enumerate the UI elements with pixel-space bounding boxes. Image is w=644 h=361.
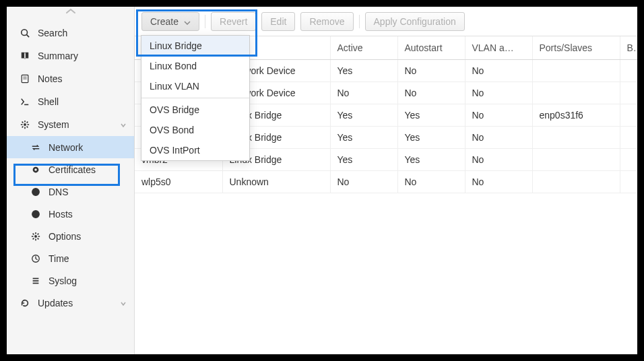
toolbar-separator bbox=[359, 15, 360, 28]
cell-active: No bbox=[330, 81, 397, 104]
remove-button[interactable]: Remove bbox=[300, 12, 353, 31]
column-header[interactable]: Active bbox=[330, 36, 397, 59]
book-icon bbox=[19, 51, 31, 61]
main-panel: Create Revert Edit Remove Apply Configur… bbox=[135, 7, 637, 354]
dropdown-item-linux-bridge[interactable]: Linux Bridge bbox=[141, 36, 249, 56]
sidebar-item-label: Hosts bbox=[49, 209, 73, 220]
cell-ports bbox=[532, 59, 620, 81]
svg-line-24 bbox=[33, 233, 34, 234]
dropdown-item-linux-bond[interactable]: Linux Bond bbox=[141, 56, 249, 76]
cell-type: Unknown bbox=[222, 170, 330, 193]
cell-extra bbox=[620, 126, 637, 148]
sidebar-item-system[interactable]: System bbox=[7, 113, 134, 136]
sidebar-item-notes[interactable]: Notes bbox=[7, 67, 134, 90]
dropdown-divider bbox=[141, 98, 249, 98]
sidebar-item-summary[interactable]: Summary bbox=[7, 44, 134, 67]
cell-active: Yes bbox=[330, 148, 397, 170]
sidebar-item-shell[interactable]: Shell bbox=[7, 90, 134, 113]
dropdown-item-linux-vlan[interactable]: Linux VLAN bbox=[141, 76, 249, 96]
cell-autostart: No bbox=[397, 59, 465, 81]
svg-line-14 bbox=[22, 127, 24, 128]
table-row[interactable]: wlp5s0UnknownNoNoNo bbox=[135, 170, 637, 193]
dropdown-item-ovs-bond[interactable]: OVS Bond bbox=[141, 120, 249, 140]
cell-vlan: No bbox=[465, 81, 532, 104]
cell-name: wlp5s0 bbox=[135, 170, 222, 193]
cell-ports bbox=[532, 170, 620, 193]
column-header[interactable]: B bbox=[620, 36, 637, 59]
cell-vlan: No bbox=[465, 126, 532, 148]
chevron-down-icon bbox=[119, 121, 127, 129]
column-header[interactable]: Autostart bbox=[397, 36, 465, 59]
cell-ports bbox=[532, 81, 620, 104]
cell-vlan: No bbox=[465, 170, 532, 193]
toolbar-separator bbox=[205, 15, 205, 28]
chevron-down-icon bbox=[119, 299, 127, 307]
dropdown-item-ovs-bridge[interactable]: OVS Bridge bbox=[141, 100, 249, 120]
sidebar-item-hosts[interactable]: Hosts bbox=[7, 203, 134, 225]
globe-icon bbox=[30, 209, 42, 219]
svg-line-12 bbox=[27, 127, 28, 128]
shell-icon bbox=[19, 97, 31, 106]
sidebar-item-label: Updates bbox=[38, 298, 73, 308]
create-label: Create bbox=[150, 16, 179, 27]
cell-extra bbox=[620, 148, 637, 170]
edit-button[interactable]: Edit bbox=[261, 12, 295, 31]
sidebar-item-time[interactable]: Time bbox=[7, 247, 134, 269]
cell-autostart: No bbox=[397, 81, 465, 104]
list-icon bbox=[30, 276, 42, 286]
sidebar-item-updates[interactable]: Updates bbox=[7, 292, 134, 315]
apply-config-button[interactable]: Apply Configuration bbox=[365, 12, 465, 31]
svg-point-16 bbox=[34, 168, 37, 171]
create-button[interactable]: Create bbox=[141, 12, 199, 31]
cert-icon bbox=[30, 165, 42, 174]
revert-button[interactable]: Revert bbox=[211, 12, 256, 31]
svg-point-19 bbox=[34, 235, 37, 238]
sidebar-item-label: Notes bbox=[38, 73, 63, 84]
sidebar-item-label: Certificates bbox=[49, 164, 96, 175]
svg-point-6 bbox=[24, 123, 26, 126]
sidebar-item-network[interactable]: Network bbox=[7, 136, 134, 158]
svg-point-17 bbox=[32, 188, 40, 195]
cell-active: Yes bbox=[330, 59, 397, 81]
sidebar-item-label: Syslog bbox=[49, 275, 77, 286]
sidebar-item-label: Options bbox=[49, 231, 81, 242]
sidebar-item-search[interactable]: Search bbox=[7, 22, 134, 44]
column-header[interactable]: VLAN a… bbox=[465, 36, 532, 59]
cell-vlan: No bbox=[465, 59, 532, 81]
gear-icon bbox=[30, 232, 42, 241]
svg-line-13 bbox=[27, 122, 28, 123]
sidebar-item-label: Summary bbox=[38, 51, 78, 61]
cell-active: Yes bbox=[330, 104, 397, 126]
search-icon bbox=[19, 28, 31, 38]
sidebar: SearchSummaryNotesShellSystemNetworkCert… bbox=[7, 7, 135, 354]
cell-extra bbox=[620, 170, 637, 193]
sidebar-item-label: Time bbox=[49, 253, 69, 264]
cell-autostart: Yes bbox=[397, 148, 465, 170]
svg-line-25 bbox=[38, 238, 39, 239]
svg-line-1 bbox=[27, 35, 30, 38]
sidebar-item-label: Shell bbox=[38, 96, 59, 107]
sidebar-item-syslog[interactable]: Syslog bbox=[7, 269, 134, 292]
network-icon bbox=[30, 143, 42, 152]
cell-ports bbox=[532, 148, 620, 170]
cell-vlan: No bbox=[465, 148, 532, 170]
cell-active: Yes bbox=[330, 126, 397, 148]
toolbar: Create Revert Edit Remove Apply Configur… bbox=[135, 7, 637, 36]
sidebar-collapse-toggle[interactable] bbox=[7, 7, 134, 22]
cell-active: No bbox=[330, 170, 397, 193]
cell-vlan: No bbox=[465, 104, 532, 126]
cell-autostart: No bbox=[397, 170, 465, 193]
sidebar-item-options[interactable]: Options bbox=[7, 225, 134, 247]
cell-autostart: Yes bbox=[397, 126, 465, 148]
sidebar-item-dns[interactable]: DNS bbox=[7, 180, 134, 203]
create-dropdown: Linux BridgeLinux BondLinux VLANOVS Brid… bbox=[141, 35, 250, 161]
cell-extra bbox=[620, 81, 637, 104]
note-icon bbox=[19, 74, 31, 84]
gear-icon bbox=[19, 120, 31, 129]
cell-extra bbox=[620, 104, 637, 126]
sidebar-item-certificates[interactable]: Certificates bbox=[7, 158, 134, 180]
chevron-down-icon bbox=[184, 16, 191, 27]
column-header[interactable]: Ports/Slaves bbox=[532, 36, 620, 59]
dropdown-item-ovs-intport[interactable]: OVS IntPort bbox=[141, 140, 249, 160]
cell-autostart: Yes bbox=[397, 104, 465, 126]
